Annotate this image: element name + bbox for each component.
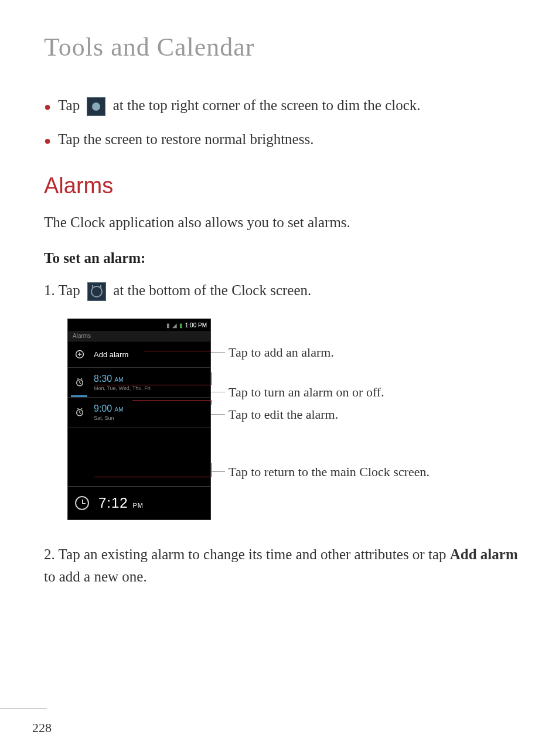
alarm-time: 9:00 AM — [94, 403, 206, 414]
signal-bars-icon: ◢ — [172, 322, 177, 329]
svg-line-12 — [81, 408, 82, 409]
page-footer-line — [0, 709, 47, 709]
svg-line-11 — [77, 408, 79, 409]
text-bold-fragment: Add alarm — [450, 546, 518, 562]
page-number: 228 — [32, 720, 52, 736]
clock-icon — [75, 496, 89, 510]
bullet-text: Tap at the top right corner of the scree… — [58, 94, 527, 117]
empty-area — [68, 427, 210, 486]
battery-icon: ▮ — [179, 322, 183, 329]
section-header-alarms: Alarms — [44, 173, 527, 199]
phone-screenshot-diagram: ▮ ◢ ▮ 1:00 PM Alarms Add alarm 8:30 AM — [67, 319, 527, 520]
step-2: 2. Tap an existing alarm to change its t… — [44, 543, 527, 587]
text-fragment: 8:30 — [94, 374, 112, 384]
text-fragment: AM — [115, 406, 124, 413]
plus-icon — [73, 347, 87, 361]
callout-add-alarm: Tap to add an alarm. — [229, 345, 430, 360]
text-fragment: 7:12 — [98, 495, 128, 511]
bullet-dot-icon: ● — [44, 132, 51, 149]
intro-text: The Clock application also allows you to… — [44, 211, 527, 234]
callout-toggle-alarm: Tap to turn an alarm on or off. — [229, 385, 430, 400]
add-alarm-row[interactable]: Add alarm — [68, 341, 210, 368]
svg-line-7 — [81, 378, 82, 379]
screen-label-alarms: Alarms — [68, 331, 210, 341]
callouts: Tap to add an alarm. Tap to turn an alar… — [211, 319, 430, 494]
svg-line-6 — [77, 378, 79, 379]
alarm-toggle-indicator[interactable] — [71, 395, 87, 397]
svg-line-10 — [80, 413, 81, 414]
bullet-item-restore: ● Tap the screen to restore normal brigh… — [44, 128, 527, 150]
text-fragment: PM — [132, 502, 144, 509]
alarm-bell-icon — [73, 375, 87, 389]
add-alarm-label: Add alarm — [94, 350, 206, 359]
svg-line-5 — [80, 383, 81, 384]
text-fragment: AM — [115, 377, 124, 383]
text-fragment: to add a new one. — [44, 569, 147, 584]
text-fragment: at the bottom of the Clock screen. — [113, 282, 311, 298]
step-1: 1. Tap at the bottom of the Clock screen… — [44, 279, 527, 302]
alarm-days: Sat, Sun — [94, 415, 206, 421]
bullet-item-dim: ● Tap at the top right corner of the scr… — [44, 94, 527, 117]
footer-clock-bar[interactable]: 7:12 PM — [68, 486, 210, 519]
callout-edit-alarm: Tap to edit the alarm. — [229, 407, 430, 422]
signal-icon: ▮ — [166, 322, 170, 329]
text-fragment: 2. Tap an existing alarm to change its t… — [44, 546, 450, 562]
status-time: 1:00 PM — [185, 322, 207, 329]
text-fragment: at the top right corner of the screen to… — [113, 97, 421, 113]
bullet-dot-icon: ● — [44, 98, 51, 115]
bullet-text: Tap the screen to restore normal brightn… — [58, 128, 527, 150]
footer-time: 7:12 PM — [98, 495, 144, 511]
sub-header-set-alarm: To set an alarm: — [44, 250, 527, 266]
alarm-row-1[interactable]: 8:30 AM Mon, Tue, Wed, Thu, Fri — [68, 368, 210, 398]
callout-return-clock: Tap to return to the main Clock screen. — [229, 464, 430, 480]
alarm-days: Mon, Tue, Wed, Thu, Fri — [94, 385, 206, 391]
text-fragment: 1. Tap — [44, 282, 84, 298]
page-title: Tools and Calendar — [44, 32, 527, 62]
text-fragment: 9:00 — [94, 403, 112, 413]
status-bar: ▮ ◢ ▮ 1:00 PM — [68, 319, 210, 331]
alarm-time: 8:30 AM — [94, 374, 206, 384]
text-fragment: Tap — [58, 97, 83, 113]
alarm-row-2[interactable]: 9:00 AM Sat, Sun — [68, 398, 210, 427]
phone-screen: ▮ ◢ ▮ 1:00 PM Alarms Add alarm 8:30 AM — [67, 319, 211, 520]
alarm-clock-icon — [87, 282, 106, 301]
alarm-bell-icon — [73, 405, 87, 419]
dim-screen-icon — [87, 97, 105, 116]
